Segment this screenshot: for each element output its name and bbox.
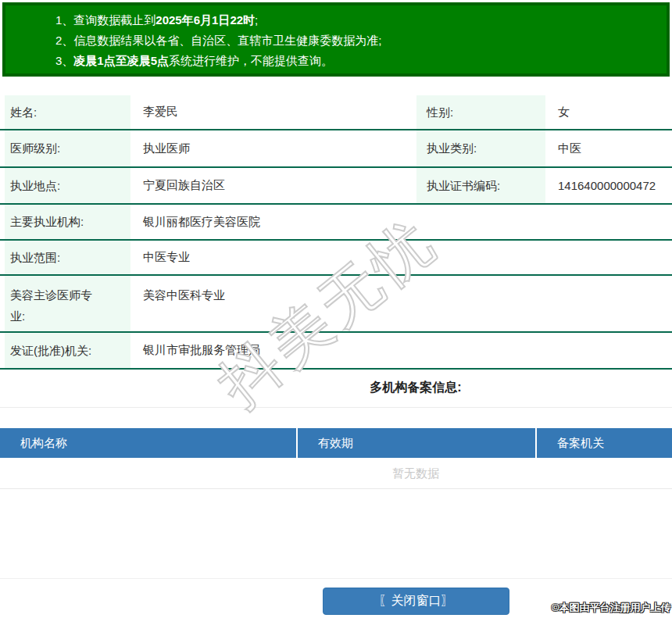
practice-category-label: 执业类别: — [416, 130, 545, 166]
notice-text: 1、查询数据截止到 — [55, 13, 155, 27]
detail-row-practice-scope: 执业范围: 中医专业 — [0, 241, 672, 276]
value-text: 美容中医科专业 — [143, 284, 225, 305]
value-text: 银川丽都医疗美容医院 — [143, 215, 260, 230]
practitioner-details-table: 姓名: 李爱民 性别: 女 医师级别: 执业医师 执业类别: 中医 执业地点: … — [0, 95, 672, 370]
notice-text: 系统进行维护，不能提供查询。 — [169, 54, 333, 67]
label-text: 医师级别: — [10, 138, 60, 159]
cosmetic-specialty-label: 美容主诊医师专业: — [0, 276, 130, 331]
gender-label: 性别: — [416, 95, 545, 129]
practice-category-value: 中医 — [545, 130, 672, 166]
label-text: 性别: — [427, 102, 453, 123]
issuing-authority-label: 发证(批准)机关: — [0, 333, 130, 368]
practice-scope-value: 中医专业 — [130, 241, 672, 274]
copyright-watermark: ©本图由平台注册用户上传 — [552, 601, 671, 615]
column-header-filing-authority: 备案机关 — [537, 428, 672, 458]
doctor-level-value: 执业医师 — [130, 130, 416, 166]
certificate-number-value: 141640000000472 — [545, 168, 672, 203]
multi-institution-section-title: 多机构备案信息: — [370, 380, 461, 396]
value-text: 中医 — [558, 141, 581, 156]
value-text: 141640000000472 — [558, 179, 656, 192]
doctor-level-label: 医师级别: — [0, 130, 130, 166]
close-window-button[interactable]: 〖关闭窗口〗 — [323, 588, 509, 615]
header-text: 有效期 — [318, 436, 353, 451]
detail-row-issuing-authority: 发证(批准)机关: 银川市审批服务管理局 — [0, 333, 672, 370]
label-text: 主要执业机构: — [10, 212, 84, 232]
column-header-validity-period: 有效期 — [298, 428, 537, 458]
label-text: 发证(批准)机关: — [10, 341, 91, 361]
no-data-text: 暂无数据 — [392, 466, 439, 480]
detail-row-name-gender: 姓名: 李爱民 性别: 女 — [0, 95, 672, 130]
value-text: 银川市审批服务管理局 — [143, 343, 260, 358]
footer-divider — [0, 578, 672, 579]
cosmetic-specialty-value: 美容中医科专业 — [130, 276, 672, 331]
notice-line-2: 2、信息数据结果以各省、自治区、直辖市卫生健康委数据为准; — [55, 30, 667, 51]
notice-text: ; — [255, 13, 258, 27]
value-text: 李爱民 — [143, 105, 178, 120]
name-label: 姓名: — [0, 95, 130, 129]
header-text: 备案机关 — [557, 436, 604, 451]
certificate-number-label: 执业证书编码: — [416, 168, 545, 203]
label-text: 执业类别: — [427, 138, 477, 159]
detail-row-location-certificate: 执业地点: 宁夏回族自治区 执业证书编码: 141640000000472 — [0, 168, 672, 205]
label-text: 执业地点: — [10, 176, 60, 196]
filing-table-empty-row: 暂无数据 — [0, 458, 672, 489]
detail-row-main-institution: 主要执业机构: 银川丽都医疗美容医院 — [0, 205, 672, 241]
practice-scope-label: 执业范围: — [0, 241, 130, 274]
practice-location-value: 宁夏回族自治区 — [130, 168, 416, 203]
issuing-authority-value: 银川市审批服务管理局 — [130, 333, 672, 368]
notice-text: 3、 — [55, 54, 73, 67]
detail-row-cosmetic-specialty: 美容主诊医师专业: 美容中医科专业 — [0, 276, 672, 333]
value-text: 执业医师 — [143, 141, 190, 156]
main-institution-label: 主要执业机构: — [0, 205, 130, 239]
detail-row-level-category: 医师级别: 执业医师 执业类别: 中医 — [0, 130, 672, 168]
column-header-institution-name: 机构名称 — [0, 428, 298, 458]
notice-banner: 1、查询数据截止到2025年6月1日22时; 2、信息数据结果以各省、自治区、直… — [2, 2, 670, 77]
label-text: 执业范围: — [10, 248, 60, 268]
header-text: 机构名称 — [20, 436, 67, 451]
value-text: 宁夏回族自治区 — [143, 178, 225, 193]
notice-line-3: 3、凌晨1点至凌晨5点系统进行维护，不能提供查询。 — [55, 51, 667, 71]
main-institution-value: 银川丽都医疗美容医院 — [130, 205, 672, 239]
label-text: 美容主诊医师专业: — [10, 284, 98, 327]
value-text: 中医专业 — [143, 250, 190, 265]
notice-text-bold: 2025年6月1日22时 — [155, 13, 255, 27]
filing-table-header: 机构名称 有效期 备案机关 — [0, 428, 672, 458]
value-text: 女 — [558, 105, 570, 120]
notice-text-bold: 凌晨1点至凌晨5点 — [73, 54, 169, 67]
name-value: 李爱民 — [130, 95, 416, 129]
label-text: 执业证书编码: — [427, 176, 500, 196]
label-text: 姓名: — [10, 102, 37, 123]
section-divider — [0, 407, 672, 408]
gender-value: 女 — [545, 95, 672, 129]
notice-line-1: 1、查询数据截止到2025年6月1日22时; — [55, 10, 667, 30]
practice-location-label: 执业地点: — [0, 168, 130, 203]
notice-text: 2、信息数据结果以各省、自治区、直辖市卫生健康委数据为准; — [55, 34, 382, 47]
